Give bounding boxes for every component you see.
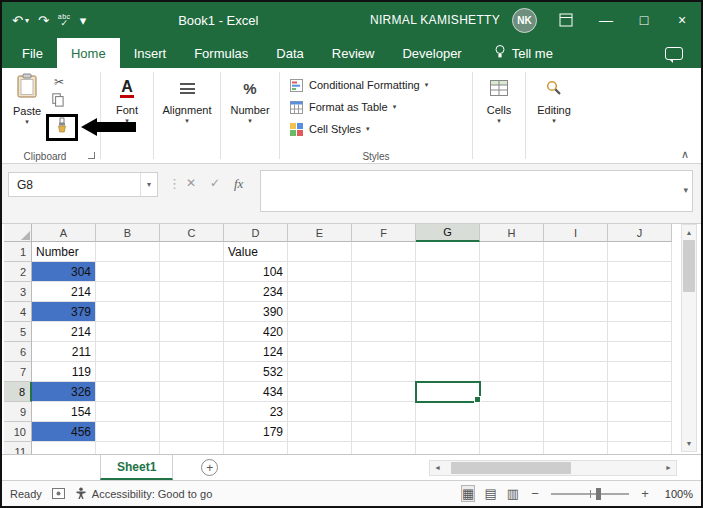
- column-header-g[interactable]: G: [416, 224, 480, 242]
- spelling-button[interactable]: abc✓: [58, 13, 71, 27]
- cell-j7[interactable]: [608, 362, 672, 382]
- column-header-e[interactable]: E: [288, 224, 352, 242]
- maximize-button[interactable]: □: [625, 2, 663, 38]
- cell-f5[interactable]: [352, 322, 416, 342]
- tab-developer[interactable]: Developer: [388, 38, 475, 68]
- cell-h4[interactable]: [480, 302, 544, 322]
- styles-item-cell-styles[interactable]: Cell Styles▾: [290, 118, 468, 140]
- cell-j1[interactable]: [608, 242, 672, 262]
- editing-button[interactable]: Editing ▾: [526, 68, 582, 140]
- cell-g9[interactable]: [416, 402, 480, 422]
- cell-h10[interactable]: [480, 422, 544, 442]
- ribbon-display-options-icon[interactable]: [551, 13, 581, 27]
- cell-j10[interactable]: [608, 422, 672, 442]
- cell-c7[interactable]: [160, 362, 224, 382]
- close-button[interactable]: ×: [663, 2, 701, 38]
- cell-b5[interactable]: [96, 322, 160, 342]
- cell-d7[interactable]: 532: [224, 362, 288, 382]
- minimize-button[interactable]: —: [587, 2, 625, 38]
- zoom-out-button[interactable]: −: [529, 486, 541, 501]
- row-header-11[interactable]: 11: [4, 442, 32, 454]
- cell-f8[interactable]: [352, 382, 416, 402]
- comments-icon[interactable]: [665, 47, 683, 60]
- cell-b3[interactable]: [96, 282, 160, 302]
- column-header-c[interactable]: C: [160, 224, 224, 242]
- cell-h1[interactable]: [480, 242, 544, 262]
- cell-c2[interactable]: [160, 262, 224, 282]
- cell-j8[interactable]: [608, 382, 672, 402]
- scroll-left-icon[interactable]: ◄: [430, 464, 445, 471]
- cell-a1[interactable]: Number: [32, 242, 96, 262]
- cell-e10[interactable]: [288, 422, 352, 442]
- enter-icon[interactable]: ✓: [210, 176, 220, 190]
- tab-home[interactable]: Home: [57, 38, 120, 68]
- horizontal-scrollbar[interactable]: ◄ ►: [429, 460, 677, 476]
- zoom-slider[interactable]: [551, 487, 629, 501]
- row-header-3[interactable]: 3: [4, 282, 32, 302]
- cell-g5[interactable]: [416, 322, 480, 342]
- cell-i7[interactable]: [544, 362, 608, 382]
- row-header-6[interactable]: 6: [4, 342, 32, 362]
- cell-d11[interactable]: [224, 442, 288, 454]
- horizontal-scroll-thumb[interactable]: [451, 462, 571, 474]
- cell-f7[interactable]: [352, 362, 416, 382]
- styles-item-conditional-formatting[interactable]: Conditional Formatting▾: [290, 74, 468, 96]
- cell-j11[interactable]: [608, 442, 672, 454]
- clipboard-dialog-launcher[interactable]: [88, 152, 95, 159]
- cell-a11[interactable]: [32, 442, 96, 454]
- vertical-scrollbar[interactable]: ▲ ▼: [681, 224, 697, 452]
- copy-icon[interactable]: [52, 93, 64, 110]
- cell-d1[interactable]: Value: [224, 242, 288, 262]
- tab-data[interactable]: Data: [262, 38, 317, 68]
- cell-d5[interactable]: 420: [224, 322, 288, 342]
- cell-i8[interactable]: [544, 382, 608, 402]
- scroll-down-icon[interactable]: ▼: [686, 436, 693, 451]
- cell-c3[interactable]: [160, 282, 224, 302]
- styles-item-format-as-table[interactable]: Format as Table▾: [290, 96, 468, 118]
- cell-e11[interactable]: [288, 442, 352, 454]
- row-header-8[interactable]: 8: [4, 382, 32, 402]
- cell-g2[interactable]: [416, 262, 480, 282]
- cell-f2[interactable]: [352, 262, 416, 282]
- cell-g3[interactable]: [416, 282, 480, 302]
- qat-customize-button[interactable]: ▾: [80, 13, 87, 28]
- cell-i5[interactable]: [544, 322, 608, 342]
- format-painter-icon[interactable]: [54, 117, 70, 138]
- cell-f4[interactable]: [352, 302, 416, 322]
- cell-f3[interactable]: [352, 282, 416, 302]
- cell-f11[interactable]: [352, 442, 416, 454]
- avatar[interactable]: NK: [512, 8, 537, 33]
- cell-a2[interactable]: 304: [32, 262, 96, 282]
- cell-e1[interactable]: [288, 242, 352, 262]
- cancel-icon[interactable]: ✕: [186, 176, 196, 190]
- user-name[interactable]: NIRMAL KAMISHETTY: [370, 13, 500, 27]
- paste-button[interactable]: Paste ▾: [6, 73, 48, 126]
- redo-button[interactable]: ↷: [38, 13, 49, 28]
- cell-h8[interactable]: [480, 382, 544, 402]
- formula-bar-expand-icon[interactable]: ▾: [683, 185, 688, 195]
- column-header-h[interactable]: H: [480, 224, 544, 242]
- number-button[interactable]: % Number ▾: [221, 68, 279, 140]
- cell-e5[interactable]: [288, 322, 352, 342]
- page-break-view-icon[interactable]: ▥: [507, 486, 519, 501]
- cell-d3[interactable]: 234: [224, 282, 288, 302]
- cell-b11[interactable]: [96, 442, 160, 454]
- cell-b10[interactable]: [96, 422, 160, 442]
- chevron-down-icon[interactable]: ▾: [140, 173, 157, 196]
- zoom-in-button[interactable]: +: [639, 486, 651, 501]
- cell-i9[interactable]: [544, 402, 608, 422]
- cell-b9[interactable]: [96, 402, 160, 422]
- cell-d8[interactable]: 434: [224, 382, 288, 402]
- cell-a7[interactable]: 119: [32, 362, 96, 382]
- cell-b2[interactable]: [96, 262, 160, 282]
- cell-e3[interactable]: [288, 282, 352, 302]
- cell-c4[interactable]: [160, 302, 224, 322]
- tab-insert[interactable]: Insert: [120, 38, 181, 68]
- cell-d10[interactable]: 179: [224, 422, 288, 442]
- column-header-d[interactable]: D: [224, 224, 288, 242]
- tab-review[interactable]: Review: [318, 38, 389, 68]
- cell-g4[interactable]: [416, 302, 480, 322]
- cell-f6[interactable]: [352, 342, 416, 362]
- accessibility-status[interactable]: Accessibility: Good to go: [75, 487, 212, 501]
- cell-f10[interactable]: [352, 422, 416, 442]
